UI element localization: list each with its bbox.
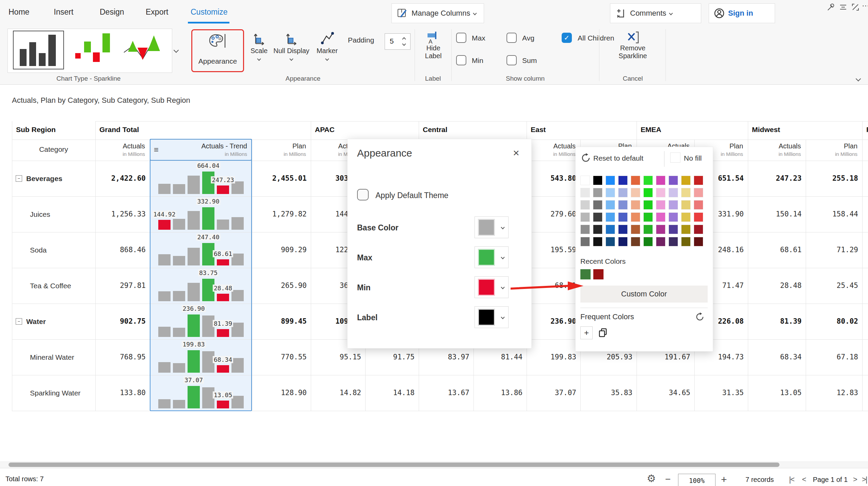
color-swatch[interactable] — [643, 176, 653, 185]
column-header-mw_p[interactable]: Plan — [806, 142, 857, 150]
color-swatch[interactable] — [669, 212, 678, 222]
color-swatch[interactable] — [618, 212, 628, 222]
color-swatch[interactable] — [606, 176, 615, 185]
checkbox-avg[interactable] — [507, 33, 517, 43]
ribbon-options-icon[interactable] — [839, 3, 848, 12]
color-swatch[interactable] — [593, 225, 602, 234]
color-swatch[interactable] — [631, 188, 640, 197]
color-swatch[interactable] — [643, 200, 653, 210]
color-swatch[interactable] — [618, 188, 628, 197]
first-page-button[interactable]: |< — [789, 475, 794, 484]
color-swatch[interactable] — [656, 188, 665, 197]
null-display-button[interactable]: Null Display — [273, 31, 310, 62]
color-swatch[interactable] — [606, 200, 615, 210]
color-swatch[interactable] — [593, 200, 602, 210]
color-swatch[interactable] — [643, 212, 653, 222]
tab-insert[interactable]: Insert — [54, 7, 74, 17]
color-swatch[interactable] — [669, 225, 678, 234]
no-fill-checkbox[interactable] — [670, 152, 680, 163]
color-swatch[interactable] — [618, 176, 628, 185]
color-swatch[interactable] — [606, 212, 615, 222]
color-swatch[interactable] — [631, 225, 640, 234]
drag-handle-icon[interactable]: ≡ — [154, 145, 159, 155]
color-swatch[interactable] — [694, 200, 703, 210]
zoom-out-button[interactable]: − — [665, 474, 671, 485]
color-swatch[interactable] — [606, 237, 615, 246]
color-swatch[interactable] — [580, 188, 590, 197]
color-swatch[interactable] — [694, 225, 703, 234]
color-swatch[interactable] — [593, 237, 602, 246]
chart-type-column-selected[interactable] — [13, 31, 64, 69]
color-swatch[interactable] — [656, 225, 665, 234]
spinner-down-icon[interactable] — [402, 42, 406, 46]
column-header-gt_p[interactable]: Plan — [252, 142, 306, 150]
sign-in-button[interactable]: Sign in — [709, 3, 775, 23]
comments-button[interactable]: Comments — [610, 3, 701, 23]
settings-gear-icon[interactable]: ⚙ — [647, 472, 656, 484]
color-swatch[interactable] — [656, 200, 665, 210]
color-swatch[interactable] — [694, 188, 703, 197]
chart-type-winloss[interactable] — [73, 31, 117, 69]
appearance-button[interactable]: Appearance — [191, 29, 244, 72]
reset-to-default-button[interactable]: Reset to default — [593, 154, 643, 162]
chart-type-line[interactable] — [120, 31, 162, 69]
zoom-in-button[interactable]: + — [721, 474, 727, 485]
color-swatch[interactable] — [656, 212, 665, 222]
manage-columns-button[interactable]: Manage Columns — [391, 3, 484, 23]
padding-spinner[interactable]: 5 — [385, 33, 411, 50]
checkbox-max[interactable] — [456, 33, 466, 43]
prev-page-button[interactable]: < — [802, 475, 806, 484]
color-swatch[interactable] — [656, 237, 665, 246]
tab-customize[interactable]: Customize — [191, 7, 228, 17]
horizontal-scrollbar-thumb[interactable] — [9, 463, 779, 467]
tab-home[interactable]: Home — [9, 7, 29, 17]
zoom-level-field[interactable]: 100% — [678, 474, 716, 486]
recent-color-swatch[interactable] — [593, 269, 604, 279]
color-swatch[interactable] — [669, 200, 678, 210]
checkbox-sum[interactable] — [507, 55, 517, 65]
color-swatch[interactable] — [643, 225, 653, 234]
spinner-up-icon[interactable] — [402, 37, 406, 41]
copy-icon[interactable] — [598, 328, 608, 338]
color-swatch[interactable] — [618, 225, 628, 234]
color-swatch[interactable] — [694, 237, 703, 246]
pin-icon[interactable] — [826, 3, 835, 12]
color-swatch[interactable] — [643, 237, 653, 246]
label-color-dropdown[interactable] — [475, 306, 509, 328]
tab-export[interactable]: Export — [146, 7, 168, 17]
last-page-button[interactable]: >| — [862, 475, 867, 484]
color-swatch[interactable] — [694, 212, 703, 222]
color-swatch[interactable] — [681, 200, 691, 210]
checkbox-min[interactable] — [456, 55, 466, 65]
more-options-icon[interactable]: ⋯ — [862, 1, 868, 10]
checkbox-all-children[interactable]: ✓ — [562, 33, 572, 43]
base-color-dropdown[interactable] — [475, 216, 509, 238]
color-swatch[interactable] — [580, 237, 590, 246]
color-swatch[interactable] — [618, 237, 628, 246]
color-swatch[interactable] — [606, 188, 615, 197]
expand-icon[interactable] — [851, 3, 860, 12]
color-swatch[interactable] — [593, 188, 602, 197]
close-icon[interactable]: × — [513, 147, 519, 159]
color-swatch[interactable] — [681, 237, 691, 246]
color-swatch[interactable] — [631, 237, 640, 246]
max-color-dropdown[interactable] — [475, 246, 509, 268]
color-swatch[interactable] — [669, 188, 678, 197]
color-swatch[interactable] — [681, 225, 691, 234]
apply-default-theme-checkbox[interactable] — [357, 189, 369, 200]
color-swatch[interactable] — [631, 176, 640, 185]
recent-color-swatch[interactable] — [580, 269, 591, 279]
color-swatch[interactable] — [681, 188, 691, 197]
hide-label-button[interactable]: A Hide Label — [419, 31, 447, 60]
color-swatch[interactable] — [606, 225, 615, 234]
color-swatch[interactable] — [580, 212, 590, 222]
color-swatch[interactable] — [631, 212, 640, 222]
column-header-gt_a[interactable]: Actuals — [95, 142, 145, 150]
scale-button[interactable]: Scale — [247, 31, 271, 62]
color-swatch[interactable] — [580, 225, 590, 234]
add-color-button[interactable]: + — [580, 326, 593, 339]
marker-button[interactable]: Marker — [312, 31, 342, 62]
color-swatch[interactable] — [681, 212, 691, 222]
color-swatch[interactable] — [681, 176, 691, 185]
color-swatch[interactable] — [694, 176, 703, 185]
